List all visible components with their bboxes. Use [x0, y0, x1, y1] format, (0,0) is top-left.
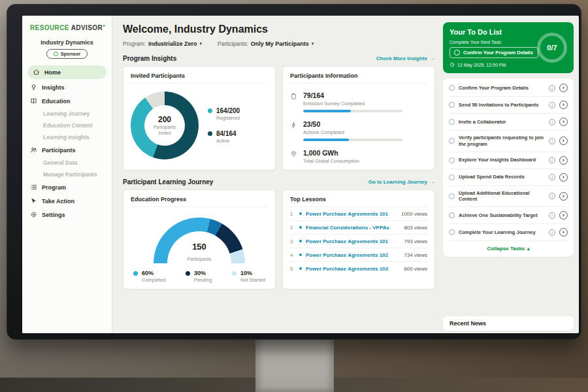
checkbox-icon[interactable] [454, 50, 460, 56]
lesson-title-link[interactable]: Power Purchase Agreements 101 [306, 238, 400, 244]
stat-global-consumption: 1,000 GWh Total Global Consumption [290, 149, 427, 164]
stat-label: Emission Survey Completed [303, 101, 402, 106]
lesson-title-link[interactable]: Power Purchase Agreements 103 [306, 266, 400, 272]
checkbox-icon[interactable] [449, 85, 455, 91]
chevron-right-icon[interactable]: › [559, 156, 568, 165]
sidebar-item-home[interactable]: Home [27, 65, 106, 79]
info-icon[interactable]: i [549, 119, 555, 125]
lesson-rank: 5 [290, 266, 295, 272]
todo-due-date: 12 May 2025, 12:00 PM [457, 63, 506, 67]
program-filter[interactable]: Program: Industrialize Zero ▾ [123, 41, 202, 47]
checkbox-icon[interactable] [449, 229, 455, 235]
chevron-right-icon[interactable]: › [559, 211, 568, 220]
info-icon[interactable]: i [549, 193, 555, 199]
sponsor-badge-icon [54, 52, 58, 56]
task-row[interactable]: Upload Additional Educational Content i … [449, 186, 568, 208]
checkbox-icon[interactable] [449, 193, 455, 199]
checkbox-icon[interactable] [449, 157, 455, 163]
legend-item: 84/164 Active [208, 130, 240, 144]
chevron-right-icon[interactable]: › [559, 101, 568, 109]
lesson-title-link[interactable]: Power Purchase Agreements 102 [306, 252, 400, 258]
chevron-right-icon[interactable]: › [559, 228, 568, 237]
info-icon[interactable]: i [549, 157, 555, 163]
legend-dot-pending [186, 271, 190, 276]
lesson-rank: 3 [290, 238, 295, 244]
task-row[interactable]: Verify participants requesting to join t… [449, 131, 568, 152]
task-label: Upload Spend Data Records [459, 174, 545, 180]
sidebar-item-general-data[interactable]: General Data [22, 157, 112, 169]
todo-next-task-label: Confirm Your Program Details [463, 50, 533, 56]
sidebar-item-label: Program [42, 184, 66, 191]
checkbox-icon[interactable] [449, 119, 455, 125]
sidebar-item-program[interactable]: Program [22, 180, 112, 194]
bullet-icon [299, 253, 302, 256]
info-icon[interactable]: i [549, 138, 555, 144]
dashboard-screen: RESOURCE ADVISOR+ Industry Dynamics Spon… [22, 16, 579, 333]
checkbox-icon[interactable] [449, 212, 455, 218]
sidebar-item-education[interactable]: Education [22, 94, 112, 108]
legend-dot-active [208, 131, 212, 136]
stat-value: 1,000 GWh [303, 149, 359, 157]
sidebar-item-settings[interactable]: Settings [22, 208, 112, 221]
task-row[interactable]: Explore Your Insights Dashboard i › [449, 152, 568, 169]
sidebar-item-take-action[interactable]: Take Action [22, 194, 112, 208]
bullet-icon [299, 267, 302, 270]
checkbox-icon[interactable] [449, 138, 455, 144]
link-label: Check More Insights [376, 56, 427, 61]
lesson-views: 793 views [404, 238, 427, 244]
chevron-right-icon[interactable]: › [559, 192, 568, 201]
checkbox-icon[interactable] [449, 102, 455, 108]
learning-journey-cards: Education Progress 150 Participants [123, 189, 435, 289]
logo-primary: RESOURCE [30, 24, 69, 31]
info-icon[interactable]: i [549, 102, 555, 108]
task-row[interactable]: Achieve One Sustainability Target i › [449, 207, 568, 224]
sidebar-item-insights[interactable]: Insights [22, 80, 112, 94]
sidebar-item-learning-insights[interactable]: Learning Insights [22, 131, 112, 143]
progress-bar [303, 110, 402, 112]
page-title: Welcome, Industry Dynamics [123, 24, 435, 35]
task-row[interactable]: Complete Your Learning Journey i › [449, 224, 568, 241]
sidebar-item-manage-participants[interactable]: Manage Participants [22, 169, 112, 180]
check-more-insights-link[interactable]: Check More Insights → [376, 56, 435, 61]
chevron-right-icon[interactable]: › [559, 173, 568, 182]
info-icon[interactable]: i [549, 174, 555, 180]
lesson-views: 734 views [404, 252, 427, 258]
sidebar: RESOURCE ADVISOR+ Industry Dynamics Spon… [22, 16, 112, 333]
lightbulb-icon [30, 84, 37, 91]
sidebar-item-label: Settings [42, 212, 65, 218]
lesson-title-link[interactable]: Power Purchase Agreements 101 [306, 211, 397, 217]
card-title: Participants Information [290, 73, 427, 84]
todo-due-row: 12 May 2025, 12:00 PM [449, 62, 567, 67]
task-row[interactable]: Upload Spend Data Records i › [449, 169, 568, 186]
task-row[interactable]: Confirm Your Program Details i › [449, 80, 568, 97]
task-label: Confirm Your Program Details [459, 85, 545, 91]
task-label: Invite a Collaborator [459, 119, 545, 125]
task-row[interactable]: Invite a Collaborator i › [449, 114, 568, 131]
lesson-row: 4 Power Purchase Agreements 102 734 view… [290, 248, 427, 262]
info-icon[interactable]: i [549, 85, 555, 91]
sidebar-item-participants[interactable]: Participants [22, 143, 112, 157]
donut-legend: 164/200 Registered 84/164 Active [208, 107, 240, 144]
monitor-bezel: RESOURCE ADVISOR+ Industry Dynamics Spon… [7, 4, 581, 340]
sidebar-item-education-content[interactable]: Education Content [22, 120, 112, 131]
checkbox-icon[interactable] [449, 174, 455, 180]
participants-filter[interactable]: Participants: Only My Participants ▾ [218, 41, 314, 47]
legend-label: Pending [194, 277, 212, 283]
sidebar-item-learning-journey[interactable]: Learning Journey [22, 108, 112, 120]
gauge-center-value: 150 [150, 242, 248, 252]
lesson-title-link[interactable]: Financial Considerations - VPPAs [306, 225, 400, 231]
info-icon[interactable]: i [549, 229, 555, 236]
todo-panel: Your To Do List Complete Your Next Task:… [442, 16, 579, 333]
chevron-right-icon[interactable]: › [559, 137, 568, 145]
lesson-rank: 1 [290, 211, 295, 217]
lesson-row: 5 Power Purchase Agreements 103 600 view… [290, 262, 427, 275]
collapse-tasks-button[interactable]: Collapse Tasks ▴ [449, 241, 568, 257]
todo-next-task[interactable]: Confirm Your Program Details [449, 47, 538, 58]
chevron-right-icon[interactable]: › [559, 118, 568, 126]
go-to-learning-journey-link[interactable]: Go to Learning Journey → [368, 179, 435, 185]
chevron-right-icon[interactable]: › [559, 84, 568, 92]
bullet-icon [299, 240, 302, 242]
info-icon[interactable]: i [549, 212, 555, 219]
legend-dot-registered [208, 108, 212, 113]
task-row[interactable]: Send 50 Invitations to Participants i › [449, 97, 568, 114]
